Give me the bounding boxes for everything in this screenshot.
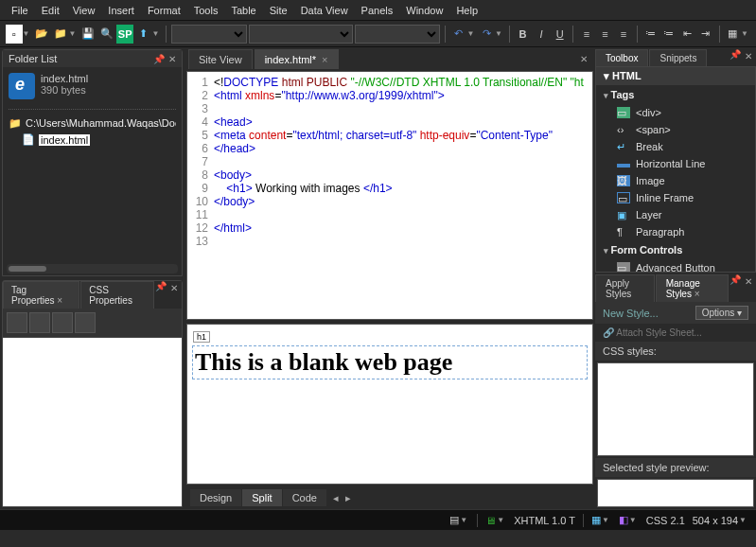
- publish-button[interactable]: ⬆: [135, 25, 152, 44]
- filter-button[interactable]: [75, 312, 96, 333]
- bold-button[interactable]: B: [515, 25, 532, 44]
- dropdown-icon[interactable]: ▼: [68, 29, 78, 38]
- menu-dataview[interactable]: Data View: [295, 3, 354, 18]
- new-page-button[interactable]: ▫: [6, 25, 23, 44]
- breadcrumb[interactable]: h1: [193, 331, 210, 343]
- menu-file[interactable]: File: [6, 3, 34, 18]
- close-icon[interactable]: ✕: [170, 283, 178, 307]
- style-selector[interactable]: [171, 25, 247, 44]
- preview-heading[interactable]: This is a blank web page: [193, 346, 587, 379]
- tree-file-node[interactable]: 📄 index.html: [22, 133, 176, 146]
- close-icon[interactable]: ×: [57, 295, 62, 306]
- toolbox-item-break[interactable]: ↵Break: [596, 138, 755, 155]
- folder-tree[interactable]: 📁C:\Users\Muhammad.Waqas\Documents\M 📄 i…: [3, 114, 182, 150]
- status-visual-aids[interactable]: ▤ ▼: [449, 514, 469, 526]
- tab-index-html[interactable]: index.html*×: [255, 49, 339, 69]
- sort-az-button[interactable]: [7, 312, 27, 333]
- toolbox-item-span[interactable]: ‹›<span>: [596, 121, 755, 138]
- dropdown-icon[interactable]: ▼: [495, 29, 504, 38]
- menu-panels[interactable]: Panels: [356, 3, 399, 18]
- close-icon[interactable]: ×: [694, 289, 700, 299]
- status-doctype[interactable]: XHTML 1.0 T: [514, 515, 575, 526]
- toolbox-form-section[interactable]: Form Controls: [596, 240, 755, 259]
- close-icon[interactable]: ×: [322, 54, 327, 65]
- tree-path[interactable]: 📁C:\Users\Muhammad.Waqas\Documents\M: [9, 117, 176, 130]
- dropdown-icon[interactable]: ▼: [741, 29, 750, 38]
- tab-split[interactable]: Split: [242, 489, 281, 506]
- outside-borders-button[interactable]: ▦: [725, 25, 742, 44]
- toolbox-html-head[interactable]: ▾ HTML: [596, 67, 755, 85]
- menu-view[interactable]: View: [67, 3, 101, 18]
- status-style-icon[interactable]: ▦ ▼: [591, 514, 611, 526]
- status-download-icon[interactable]: 🖥 ▼: [485, 515, 506, 526]
- tab-toolbox[interactable]: Toolbox: [595, 49, 648, 66]
- menu-window[interactable]: Window: [400, 3, 448, 18]
- status-css-icon[interactable]: ◧ ▼: [619, 514, 639, 526]
- close-icon[interactable]: ✕: [168, 54, 176, 64]
- attach-stylesheet-link[interactable]: 🔗 Attach Style Sheet...: [595, 324, 756, 342]
- open-site-button[interactable]: 📁: [52, 25, 69, 44]
- fontsize-selector[interactable]: [355, 25, 440, 44]
- toolbox-item-paragraph[interactable]: ¶Paragraph: [596, 223, 755, 240]
- menu-tools[interactable]: Tools: [188, 3, 224, 18]
- options-button[interactable]: Options ▾: [695, 306, 748, 320]
- tab-code[interactable]: Code: [283, 489, 326, 506]
- numbering-button[interactable]: ≔: [660, 25, 677, 44]
- tab-site-view[interactable]: Site View: [188, 49, 253, 69]
- toolbox-tags-section[interactable]: Tags: [596, 85, 755, 104]
- close-icon[interactable]: ✕: [580, 54, 588, 64]
- dropdown-icon[interactable]: ▼: [23, 29, 32, 38]
- pin-icon[interactable]: 📌: [153, 54, 165, 64]
- save-button[interactable]: 💾: [79, 25, 97, 44]
- toolbox-item-iframe[interactable]: ▭Inline Frame: [596, 189, 755, 206]
- menu-edit[interactable]: Edit: [36, 3, 65, 18]
- toolbox-item-layer[interactable]: ▣Layer: [596, 206, 755, 223]
- tab-design[interactable]: Design: [190, 489, 241, 506]
- preview-button[interactable]: 🔍: [98, 25, 115, 44]
- open-button[interactable]: 📂: [33, 25, 50, 44]
- tab-snippets[interactable]: Snippets: [649, 49, 707, 66]
- menu-help[interactable]: Help: [450, 3, 483, 18]
- pin-icon[interactable]: 📌: [155, 281, 167, 309]
- align-left-button[interactable]: ≡: [578, 25, 595, 44]
- css-styles-list[interactable]: [597, 362, 754, 456]
- align-center-button[interactable]: ≡: [597, 25, 614, 44]
- underline-button[interactable]: U: [552, 25, 569, 44]
- font-selector[interactable]: [249, 25, 353, 44]
- pin-icon[interactable]: 📌: [730, 49, 741, 66]
- italic-button[interactable]: I: [533, 25, 550, 44]
- tab-apply-styles[interactable]: Apply Styles: [595, 274, 655, 302]
- status-dimensions[interactable]: 504 x 194 ▼: [693, 515, 748, 526]
- dropdown-icon[interactable]: ▼: [467, 29, 477, 38]
- tab-tag-properties[interactable]: Tag Properties ×: [3, 281, 79, 309]
- nav-next-icon[interactable]: ▸: [345, 492, 351, 504]
- undo-button[interactable]: ↶: [450, 25, 467, 44]
- new-style-link[interactable]: New Style...: [603, 308, 659, 319]
- toolbox-item-div[interactable]: ▭<div>: [596, 104, 755, 121]
- toolbox-item-hr[interactable]: Horizontal Line: [596, 155, 755, 172]
- nav-prev-icon[interactable]: ◂: [333, 492, 339, 504]
- status-css-version[interactable]: CSS 2.1: [646, 515, 685, 526]
- pin-icon[interactable]: 📌: [730, 274, 741, 302]
- redo-button[interactable]: ↷: [479, 25, 496, 44]
- design-preview[interactable]: h1 This is a blank web page: [186, 324, 593, 485]
- menu-site[interactable]: Site: [264, 3, 293, 18]
- close-icon[interactable]: ✕: [745, 51, 752, 64]
- indent-button[interactable]: ⇥: [697, 25, 714, 44]
- menu-table[interactable]: Table: [225, 3, 261, 18]
- bullets-button[interactable]: ≔: [642, 25, 659, 44]
- align-right-button[interactable]: ≡: [615, 25, 632, 44]
- toolbox-item-image[interactable]: 🖼Image: [596, 172, 755, 189]
- superpreview-button[interactable]: SP: [116, 25, 133, 44]
- tab-css-properties[interactable]: CSS Properties: [80, 281, 154, 309]
- menu-insert[interactable]: Insert: [102, 3, 140, 18]
- menu-format[interactable]: Format: [142, 3, 186, 18]
- tree-selected-file[interactable]: index.html: [39, 134, 90, 146]
- dropdown-icon[interactable]: ▼: [151, 29, 161, 38]
- close-icon[interactable]: ✕: [745, 276, 752, 300]
- show-set-button[interactable]: [52, 312, 73, 333]
- tab-manage-styles[interactable]: Manage Styles ×: [656, 274, 729, 302]
- horizontal-scrollbar[interactable]: [7, 264, 178, 274]
- code-editor[interactable]: 1<!DOCTYPE html PUBLIC "-//W3C//DTD XHTM…: [186, 71, 593, 320]
- outdent-button[interactable]: ⇤: [679, 25, 696, 44]
